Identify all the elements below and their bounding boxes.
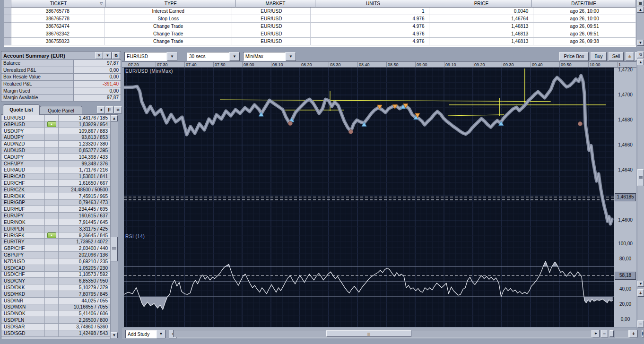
zoom-in-plus-icon[interactable]: + [629,330,638,337]
symbol-select[interactable]: EUR/USD [124,52,167,61]
quote-row[interactable]: USD/CAD1,05205 / 230 [1,265,110,272]
quote-row[interactable]: CHF/JPY99,348 / 376 [1,161,110,167]
quote-row[interactable]: GBP/CHF2,03400 / 440 [1,245,110,252]
account-row-label: Margin Used [1,87,74,95]
quote-row[interactable]: USD/SGD1,42498 / 543 [1,330,110,337]
fit-icon[interactable]: F [105,106,113,113]
table-scroll-up-icon[interactable]: ▲ [637,7,644,13]
chart-style-select[interactable]: Min/Max [243,52,286,61]
table-grid-icon[interactable]: ▦ [637,0,644,6]
chart-vscrollbar[interactable]: ⧉ ▲ ▼ + − [637,51,644,328]
quote-row[interactable]: USD/CNY6,85350 / 950 [1,278,110,284]
quote-pair: USD/NOK [1,310,45,317]
vscroll-down-icon[interactable]: ▼ [637,281,644,287]
chevron-down-icon[interactable]: ▼ [104,52,112,59]
symbol-select-arrow-icon[interactable]: ▼ [167,52,177,61]
hscrollbar-track-2[interactable] [615,330,629,337]
column-header-date-time[interactable]: DATE/TIME [532,0,636,8]
split-handle[interactable] [609,330,614,337]
zoom-out-minus-icon[interactable]: − [601,330,608,337]
time-tick-label: 09:50 [561,62,572,67]
partial-button[interactable]: F [642,330,644,337]
vscroll-thumb[interactable] [637,169,644,186]
scroll-left-icon[interactable]: ◄ [97,106,105,113]
quote-row[interactable]: GBP/USD▲1,83929 / 954 [1,121,110,128]
quote-row[interactable]: EUR/GBP0,79463 / 473 [1,200,110,206]
quote-scrollbar[interactable]: ▲ ▼ [110,115,118,339]
price-axis[interactable]: 1,47201,47001,46801,46601,46401,46001,46… [614,68,636,232]
popout-icon[interactable]: ⧉ [637,52,644,58]
sort-desc-icon[interactable]: ▽ [100,1,103,6]
quote-row[interactable]: EUR/NOK7,91445 / 645 [1,219,110,226]
quote-scroll-down-icon[interactable]: ▼ [111,332,118,338]
cell: 1,46764 [429,15,533,23]
add-study-arrow-icon[interactable]: ▼ [157,330,165,338]
interval-select[interactable]: 30 secs [187,52,229,61]
buy-button[interactable]: Buy [591,52,607,61]
quote-row[interactable]: AUD/USD0,85377 / 395 [1,147,110,154]
column-header-units[interactable]: UNITS [315,0,431,8]
quote-row[interactable]: USD/NOK5,41406 / 606 [1,310,110,317]
quote-row[interactable]: USD/SAR3,74860 / 5360 [1,324,110,330]
table-row[interactable]: 386765778Interest EarnedEUR/USD10,0040ag… [4,8,636,15]
quote-row[interactable]: EUR/AUD1,71176 / 216 [1,167,110,174]
price-box-button[interactable]: Price Box [559,52,589,61]
quote-row[interactable]: AUD/JPY93,813 / 853 [1,134,110,141]
vscroll-up-icon[interactable]: ▲ [637,59,644,65]
table-row[interactable]: 386765778Stop LossEUR/USD4.9761,46764ago… [4,15,636,23]
tab-quote-list[interactable]: Quote List [3,104,40,115]
popout-icon[interactable]: ⧉ [112,52,120,59]
column-header-type[interactable]: TYPE [106,0,236,8]
chart-style-select-arrow-icon[interactable]: ▼ [286,52,296,61]
quote-row[interactable]: EUR/TRY1,73952 / 4072 [1,239,110,245]
rsi-tick-label: 80,00 [614,256,636,261]
quote-row[interactable]: USD/JPY109,867 / 883 [1,128,110,135]
quote-scroll-thumb[interactable] [111,237,118,261]
vzoom-out-minus-icon[interactable]: − [637,320,644,327]
transactions-scrollbar[interactable]: ▦ ▲ ▼ [636,0,644,47]
table-row[interactable]: 386762342Change TradeEUR/USD4.9761,46813… [4,30,636,38]
table-row[interactable]: 386762474Change TradeEUR/USD4.9761,46813… [4,23,636,30]
column-header-ticket[interactable]: TICKET▽ [11,0,106,8]
quote-row[interactable]: USD/CHF1,10573 / 592 [1,272,110,278]
quote-row[interactable]: EUR/PLN3,31175 / 425 [1,226,110,232]
close-icon[interactable]: ✕ [95,52,103,59]
quote-pair: EUR/CHF [1,180,45,186]
interval-select-arrow-icon[interactable]: ▼ [229,52,240,61]
quote-row[interactable]: CAD/JPY104,398 / 433 [1,154,110,161]
add-study-select[interactable]: Add Study [125,330,157,338]
popout-icon[interactable]: ⧉ [114,106,122,113]
quote-row[interactable]: USD/HKD7,80795 / 845 [1,291,110,298]
hscroll-right-icon[interactable]: ► [592,330,600,337]
bar-chart-icon[interactable]: ılı [626,52,634,61]
quote-row[interactable]: EUR/USD1,46176 / 185 [1,115,110,121]
quote-scroll-up-icon[interactable]: ▲ [111,115,118,121]
quote-row[interactable]: EUR/CHF1,61650 / 667 [1,180,110,187]
quote-row[interactable]: AUD/NZD1,23320 / 380 [1,141,110,147]
quote-row[interactable]: EUR/CZK24,48500 / 50500 [1,187,110,193]
quote-row[interactable]: USD/INR44,025 / 055 [1,298,110,304]
quote-row[interactable]: EUR/SEK▲9,36645 / 845 [1,232,110,239]
hscrollbar-thumb[interactable]: ||| [326,330,411,337]
quote-row[interactable]: USD/DKK5,10279 / 379 [1,284,110,291]
quote-trend-cell [45,200,59,206]
vzoom-in-plus-icon[interactable]: + [637,289,644,297]
rsi-plot[interactable]: RSI (14) [124,232,614,327]
quote-row[interactable]: USD/PLN2,26500 / 800 [1,317,110,324]
column-header-market[interactable]: MARKET [236,0,315,8]
quote-row[interactable]: EUR/JPY160,615 / 637 [1,213,110,219]
quote-row[interactable]: GBP/JPY202,096 / 136 [1,252,110,258]
quote-row[interactable]: EUR/HUF234,445 / 695 [1,206,110,213]
column-header-price[interactable]: PRICE [431,0,532,8]
table-scroll-down-icon[interactable]: ▼ [637,40,644,46]
quote-row[interactable]: NZD/USD0,69210 / 235 [1,258,110,265]
price-chart-plot[interactable]: EUR/USD (Min/Max) [124,68,614,232]
table-row[interactable]: 386755023Change TradeEUR/USD4.9761,46813… [4,38,636,45]
rsi-axis[interactable]: 100,0080,0040,0020,000,0058,18 [614,232,636,327]
account-row-label: Balance [1,60,74,67]
sell-button[interactable]: Sell [609,52,624,61]
quote-row[interactable]: EUR/CAD1,53801 / 841 [1,173,110,180]
quote-row[interactable]: USD/MXN10,16655 / 7055 [1,304,110,311]
tab-quote-panel[interactable]: Quote Panel [40,106,82,115]
quote-row[interactable]: EUR/DKK7,45915 / 965 [1,193,110,200]
